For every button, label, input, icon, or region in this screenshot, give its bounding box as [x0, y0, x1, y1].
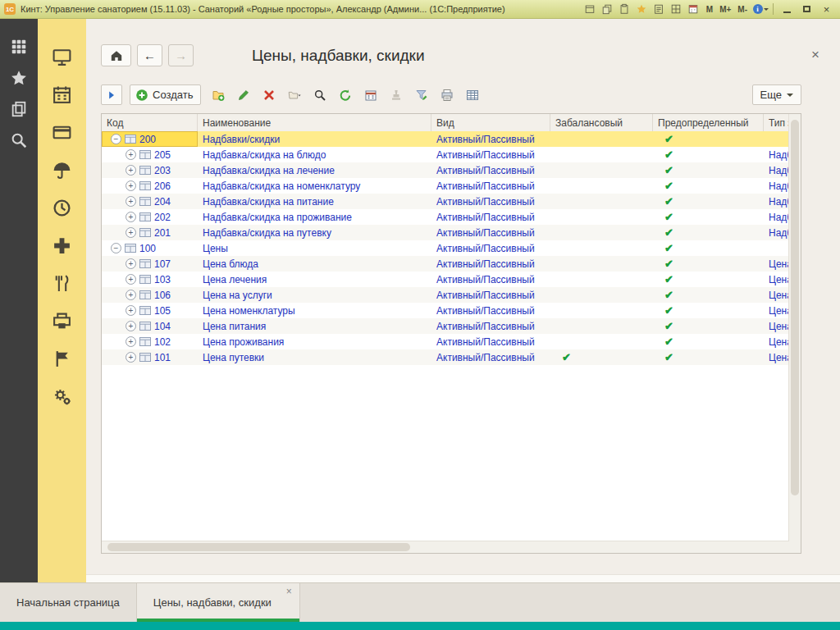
expand-icon[interactable]: +: [126, 258, 136, 269]
minimize-button[interactable]: [778, 2, 797, 16]
table-settings-icon[interactable]: [461, 84, 484, 106]
back-button[interactable]: ←: [137, 44, 162, 66]
copy-icon[interactable]: [599, 2, 615, 16]
expand-icon[interactable]: +: [126, 149, 136, 160]
card-icon[interactable]: [52, 122, 72, 143]
umbrella-icon[interactable]: [52, 160, 72, 180]
edit-pencil-icon[interactable]: [232, 84, 255, 106]
column-header-naimenovanie[interactable]: Наименование: [198, 114, 431, 131]
table-row[interactable]: +205Надбавка/скидка на блюдоАктивный/Пас…: [102, 147, 789, 162]
column-header-kod[interactable]: Код: [102, 114, 198, 131]
collapse-icon[interactable]: −: [111, 134, 121, 144]
table-row[interactable]: +204Надбавка/скидка на питаниеАктивный/П…: [102, 194, 789, 209]
create-button[interactable]: Создать: [130, 84, 201, 105]
restaurant-icon[interactable]: [52, 273, 72, 294]
table-row[interactable]: +107Цена блюдаАктивный/Пассивный✔Цена: [102, 256, 789, 272]
expand-icon[interactable]: +: [126, 274, 136, 285]
star-plus-icon[interactable]: [633, 2, 650, 16]
expand-icon[interactable]: +: [126, 290, 136, 300]
cell-tip: Цена: [764, 318, 789, 334]
plus-box-icon[interactable]: [52, 235, 72, 256]
apps-grid-icon[interactable]: [10, 38, 28, 56]
delete-mark-icon[interactable]: [258, 84, 281, 106]
table-row[interactable]: +104Цена питанияАктивный/Пассивный✔Цена: [102, 318, 789, 334]
cell-naimenovanie: Надбавка/скидка на блюдо: [198, 147, 431, 162]
horizontal-scrollbar-thumb[interactable]: [107, 543, 410, 551]
configure-list-icon[interactable]: [410, 84, 433, 106]
expand-icon[interactable]: +: [126, 196, 136, 207]
expand-icon[interactable]: +: [126, 305, 136, 316]
cell-tip: Цена: [764, 256, 789, 272]
monitor-icon[interactable]: [52, 47, 72, 67]
refresh-icon[interactable]: [334, 84, 357, 106]
memory-button[interactable]: M-: [735, 5, 750, 14]
expand-icon[interactable]: +: [126, 227, 136, 238]
table-row[interactable]: −200Надбавки/скидкиАктивный/Пассивный✔: [102, 131, 789, 147]
maximize-button[interactable]: [797, 2, 816, 16]
table-row[interactable]: +101Цена путевкиАктивный/Пассивный✔✔Цена: [102, 349, 789, 365]
memory-button[interactable]: M: [704, 5, 715, 14]
set-period-icon[interactable]: [359, 84, 382, 106]
table-row[interactable]: +203Надбавка/скидка на лечениеАктивный/П…: [102, 162, 789, 178]
cell-tip: Надб: [764, 194, 789, 209]
flag-icon[interactable]: [52, 349, 72, 369]
table-row[interactable]: +206Надбавка/скидка на номенклатуруАктив…: [102, 178, 789, 194]
column-header-predopredelennyi[interactable]: Предопределенный: [653, 114, 764, 131]
table-row[interactable]: +106Цена на услугиАктивный/Пассивный✔Цен…: [102, 287, 789, 303]
table-row[interactable]: +105Цена номенклатурыАктивный/Пассивный✔…: [102, 303, 789, 318]
column-header-zabalansovyi[interactable]: Забалансовый: [550, 114, 653, 131]
cell-vid: Активный/Пассивный: [431, 240, 550, 256]
star-icon[interactable]: [10, 69, 28, 87]
clock-icon[interactable]: [52, 198, 72, 218]
more-button[interactable]: Еще: [752, 84, 801, 105]
cell-naimenovanie: Надбавка/скидка на лечение: [198, 162, 431, 178]
search-icon[interactable]: [308, 84, 331, 106]
table-row[interactable]: +103Цена леченияАктивный/Пассивный✔Цена: [102, 272, 789, 287]
expand-icon[interactable]: +: [126, 180, 136, 191]
table-row[interactable]: +201Надбавка/скидка на путевкуАктивный/П…: [102, 225, 789, 240]
vertical-scrollbar[interactable]: [788, 114, 801, 541]
gears-icon[interactable]: [52, 386, 72, 407]
form-close-button[interactable]: ×: [807, 46, 824, 63]
collapse-icon[interactable]: −: [111, 243, 121, 253]
window-icon[interactable]: [582, 2, 598, 16]
expand-icon[interactable]: +: [126, 352, 136, 363]
print-list-icon[interactable]: [436, 84, 459, 106]
paste-icon[interactable]: [616, 2, 632, 16]
column-header-tip[interactable]: Тип зн: [764, 114, 789, 131]
column-header-vid[interactable]: Вид: [431, 114, 550, 131]
home-button[interactable]: [101, 44, 131, 66]
tab-close-icon[interactable]: ×: [286, 587, 292, 596]
forward-button[interactable]: →: [168, 44, 194, 66]
horizontal-scrollbar[interactable]: [102, 541, 789, 553]
check-icon: ✔: [664, 196, 673, 207]
calendar-section-icon[interactable]: [52, 84, 72, 105]
table-row[interactable]: +202Надбавка/скидка на проживаниеАктивны…: [102, 209, 789, 225]
tab-1[interactable]: Начальная страница: [0, 583, 137, 622]
seal-icon[interactable]: [385, 84, 408, 106]
cell-naimenovanie: Надбавки/скидки: [198, 131, 431, 147]
close-button[interactable]: ×: [817, 2, 836, 16]
calendar-icon[interactable]: [685, 2, 701, 16]
cell-predopredelennyi: ✔: [653, 147, 764, 162]
expand-icon[interactable]: +: [126, 212, 136, 222]
create-based-icon[interactable]: [283, 84, 306, 106]
row-code: 200: [139, 134, 156, 145]
grid-icon[interactable]: [668, 2, 684, 16]
copy-pages-icon[interactable]: [10, 100, 28, 118]
table-row[interactable]: +102Цена проживанияАктивный/Пассивный✔Це…: [102, 334, 789, 349]
expand-icon[interactable]: +: [126, 321, 136, 331]
tab-2[interactable]: Цены, надбавки, скидки×: [137, 583, 300, 622]
search-icon[interactable]: [10, 131, 28, 149]
memory-button[interactable]: M+: [717, 5, 733, 14]
expand-icon[interactable]: +: [126, 336, 136, 347]
info-button[interactable]: i: [752, 2, 769, 16]
clipboard-icon[interactable]: [651, 2, 667, 16]
vertical-scrollbar-thumb[interactable]: [791, 120, 799, 495]
functions-menu-button[interactable]: [101, 84, 122, 105]
expand-icon[interactable]: +: [126, 165, 136, 176]
printer-icon[interactable]: [52, 311, 72, 331]
table-row[interactable]: −100ЦеныАктивный/Пассивный✔: [102, 240, 789, 256]
create-group-icon[interactable]: [207, 84, 230, 106]
cell-predopredelennyi: ✔: [653, 162, 764, 178]
